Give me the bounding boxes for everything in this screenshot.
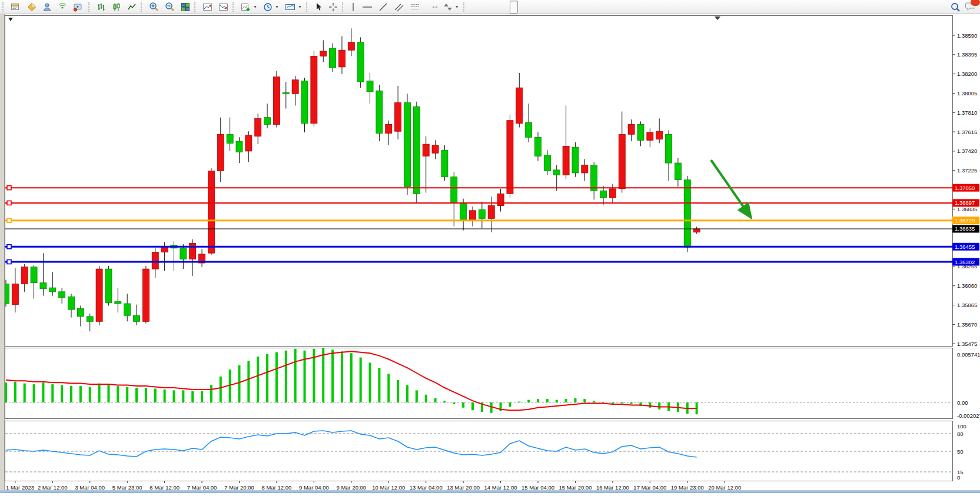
- candle: [264, 118, 271, 125]
- arrows-tool-button[interactable]: ▼: [440, 1, 462, 14]
- candle: [526, 122, 532, 137]
- tab-timeframe-m1[interactable]: [469, 1, 477, 14]
- price-tag: 1.36720: [952, 217, 979, 224]
- candle-chart-button[interactable]: [109, 1, 124, 14]
- svg-text:1.37615: 1.37615: [957, 129, 977, 135]
- candle: [338, 50, 345, 67]
- toolbar-grip[interactable]: [306, 2, 310, 12]
- zoom-out-icon: [165, 2, 175, 12]
- tile-windows-icon: [181, 2, 190, 12]
- line-anchor-handle: [7, 186, 11, 190]
- trendline-icon: [378, 2, 388, 12]
- tile-windows-button[interactable]: [178, 1, 193, 14]
- notifications-button[interactable]: [965, 1, 976, 14]
- toolbar-grip[interactable]: [232, 2, 237, 12]
- tab-timeframe-m30[interactable]: [493, 1, 501, 14]
- tab-timeframe-d1[interactable]: [518, 1, 526, 14]
- tab-timeframe-m15[interactable]: [485, 1, 493, 14]
- signals-button[interactable]: [55, 1, 70, 14]
- text-tool-button[interactable]: [424, 1, 430, 14]
- svg-text:1.36302: 1.36302: [955, 259, 975, 265]
- search-icon[interactable]: [951, 2, 961, 12]
- period-button[interactable]: ▼: [260, 1, 282, 14]
- auto-trading-button[interactable]: [70, 1, 87, 14]
- market-watch-button[interactable]: [24, 1, 39, 14]
- template-icon: [285, 2, 295, 12]
- candle: [609, 189, 616, 198]
- candle: [142, 269, 149, 321]
- tab-timeframe-w1[interactable]: [526, 1, 534, 14]
- channel-tool-button[interactable]: [391, 1, 407, 14]
- new-order-button[interactable]: [8, 1, 24, 14]
- svg-text:0.005741: 0.005741: [957, 351, 980, 358]
- crosshair-tool-button[interactable]: [325, 1, 341, 14]
- signal-icon: [58, 2, 67, 12]
- candle: [516, 88, 523, 124]
- tab-timeframe-h1[interactable]: [501, 1, 510, 14]
- indicator-subwindow-button[interactable]: [215, 1, 231, 14]
- clock-icon: [263, 2, 273, 12]
- candle: [5, 284, 9, 304]
- candle-chart-icon: [112, 2, 121, 12]
- window-bottom-edge: [0, 490, 980, 493]
- candle: [31, 267, 37, 283]
- zoom-in-icon: [149, 2, 159, 12]
- add-indicator-button[interactable]: ▼: [238, 1, 260, 14]
- svg-text:1.36060: 1.36060: [957, 282, 977, 289]
- svg-text:1.37225: 1.37225: [957, 167, 977, 174]
- templates-button[interactable]: ▼: [282, 1, 305, 14]
- toolbar-grip[interactable]: [194, 2, 198, 12]
- trendline-tool-button[interactable]: [376, 1, 391, 14]
- zoom-out-button[interactable]: [162, 1, 178, 14]
- person-icon: [42, 2, 52, 12]
- price-tag: 1.36302: [952, 258, 979, 266]
- text-label-tool-button[interactable]: [430, 1, 440, 14]
- candle: [227, 134, 233, 143]
- toolbar-grip[interactable]: [88, 2, 92, 12]
- candle: [357, 42, 364, 82]
- candle: [245, 135, 252, 151]
- toolbar-grip[interactable]: [2, 2, 6, 12]
- candle: [68, 297, 75, 309]
- candle: [12, 284, 18, 304]
- tab-timeframe-mn[interactable]: [534, 1, 543, 14]
- toolbar-grip[interactable]: [141, 2, 145, 12]
- candle: [582, 165, 588, 172]
- line-anchor-handle: [7, 260, 11, 264]
- chart-menu-triangle-icon[interactable]: [8, 18, 13, 21]
- candle: [21, 267, 28, 284]
- notification-badge: [971, 0, 980, 6]
- indicator-window-button[interactable]: [200, 1, 215, 14]
- candle: [180, 248, 187, 259]
- svg-text:1.36720: 1.36720: [955, 217, 975, 224]
- horizontal-line-icon: [362, 2, 373, 12]
- toolbar-grip[interactable]: [463, 2, 467, 12]
- candle: [460, 202, 467, 219]
- svg-text:1.37050: 1.37050: [955, 185, 975, 191]
- fibonacci-tool-button[interactable]: [407, 1, 424, 14]
- vertical-line-tool-button[interactable]: [347, 1, 359, 14]
- tab-timeframe-m5[interactable]: [477, 1, 485, 14]
- svg-text:80: 80: [957, 431, 964, 437]
- candle: [544, 155, 550, 171]
- line-chart-icon: [127, 2, 137, 12]
- tab-timeframe-h4[interactable]: [510, 1, 518, 14]
- candle: [507, 121, 513, 194]
- candle: [208, 171, 214, 254]
- svg-text:1.35670: 1.35670: [957, 321, 977, 328]
- horizontal-line-tool-button[interactable]: [359, 1, 376, 14]
- candle: [105, 269, 112, 302]
- price-tag: 1.36897: [952, 199, 979, 207]
- candle: [693, 229, 700, 232]
- add-indicator-icon: [241, 2, 251, 12]
- price-chart-canvas[interactable]: 1.385901.383951.382001.380051.378101.376…: [5, 14, 980, 491]
- zoom-in-button[interactable]: [146, 1, 162, 14]
- bar-chart-button[interactable]: [94, 1, 109, 14]
- cursor-tool-button[interactable]: [311, 1, 325, 14]
- profiles-button[interactable]: [39, 1, 55, 14]
- price-tag: 1.36635: [952, 225, 979, 232]
- candle: [591, 165, 597, 191]
- toolbar-grip[interactable]: [342, 2, 346, 12]
- candle: [386, 124, 392, 133]
- line-chart-button[interactable]: [124, 1, 139, 14]
